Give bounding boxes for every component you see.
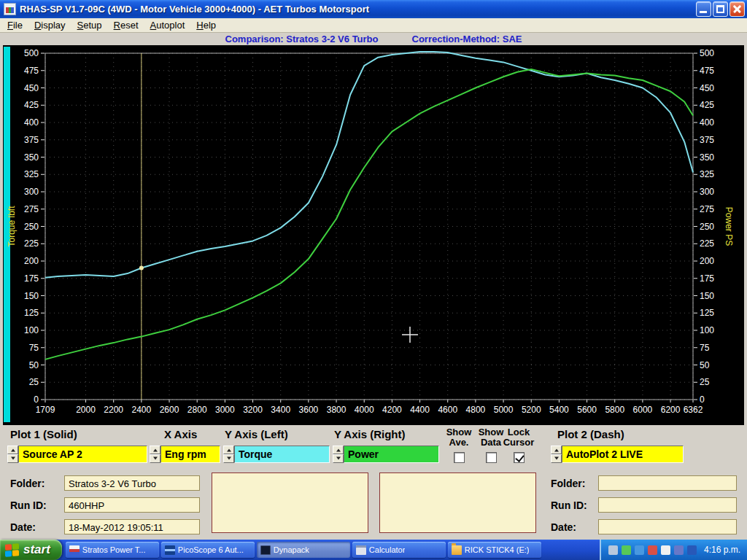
date-field[interactable]: 18-May-2012 19:05:11 — [64, 519, 200, 534]
plot1-combo: Source AP 2 — [7, 446, 147, 463]
network-icon[interactable] — [674, 545, 684, 555]
spin-up-icon[interactable] — [150, 446, 160, 454]
taskbar-button-picoscope[interactable]: PicoScope 6 Aut... — [161, 542, 255, 558]
minimize-button[interactable] — [696, 1, 711, 17]
lock-cursor-checkbox[interactable] — [514, 452, 525, 463]
display-settings-icon[interactable] — [635, 545, 644, 555]
spin-up-icon[interactable] — [223, 446, 234, 454]
menu-help[interactable]: Help — [190, 18, 222, 32]
checkbox-label: Cursor — [502, 438, 535, 448]
menu-file[interactable]: File — [1, 18, 28, 32]
svg-text:3800: 3800 — [327, 405, 347, 415]
svg-text:400: 400 — [700, 117, 714, 128]
svg-text:150: 150 — [700, 291, 714, 301]
svg-text:75: 75 — [29, 343, 39, 353]
stratos-app-icon — [69, 545, 80, 555]
svg-text:125: 125 — [24, 308, 39, 318]
svg-text:225: 225 — [24, 238, 39, 249]
plot2-label: Plot 2 (Dash) — [557, 428, 624, 440]
svg-text:375: 375 — [700, 135, 714, 145]
menu-setup[interactable]: Setup — [71, 18, 108, 32]
x-axis-select[interactable]: Eng rpm — [160, 446, 220, 463]
plot2-spinner — [551, 446, 562, 463]
svg-text:200: 200 — [24, 256, 39, 266]
task-label: Dynapack — [274, 545, 309, 554]
taskbar-button-calculator[interactable]: Calculator — [352, 542, 446, 558]
date-label-plot2: Date: — [551, 521, 576, 533]
x-axis-combo: Eng rpm — [150, 446, 220, 463]
svg-text:25: 25 — [29, 377, 39, 387]
dyno-chart[interactable]: 0025255050757510010012512515015017517520… — [0, 45, 747, 425]
menu-reset[interactable]: Reset — [108, 18, 144, 32]
svg-text:300: 300 — [24, 187, 39, 197]
checkbox-label: Lock — [502, 427, 535, 438]
close-button[interactable] — [729, 1, 745, 17]
folder-field-plot2[interactable] — [598, 475, 737, 491]
volume-icon[interactable] — [661, 545, 670, 555]
language-bar-icon[interactable] — [687, 545, 697, 555]
spin-down-icon[interactable] — [223, 454, 234, 463]
svg-text:1709: 1709 — [36, 405, 55, 415]
checkbox-group-show-ave: ShowAve. — [442, 427, 476, 463]
usb-drive-icon[interactable] — [608, 545, 618, 555]
taskbar-button-folder[interactable]: RICK STICK4 (E:) — [448, 542, 541, 558]
folder-icon — [452, 545, 462, 555]
run-id-field[interactable]: 460HHP — [64, 497, 200, 513]
svg-text:425: 425 — [700, 100, 714, 110]
svg-text:3400: 3400 — [271, 405, 290, 415]
folder-label: Folder: — [10, 478, 44, 489]
maximize-button[interactable] — [713, 1, 728, 17]
svg-text:500: 500 — [700, 48, 714, 58]
plot2-combo: AutoPlot 2 LIVE — [551, 446, 684, 463]
task-label: Calculator — [369, 545, 406, 554]
y-axis-right-select[interactable]: Power — [344, 446, 439, 463]
menu-bar: FileDisplaySetupResetAutoplotHelp — [0, 18, 747, 33]
svg-text:5800: 5800 — [605, 405, 624, 415]
spin-up-icon[interactable] — [7, 446, 18, 454]
menu-autoplot[interactable]: Autoplot — [144, 18, 191, 32]
svg-text:75: 75 — [700, 343, 710, 353]
y-right-spinner — [333, 446, 344, 463]
plot1-source-select[interactable]: Source AP 2 — [18, 446, 147, 463]
spin-down-icon[interactable] — [150, 454, 160, 463]
start-button[interactable]: start — [0, 540, 62, 560]
antivirus-icon[interactable] — [648, 545, 657, 555]
spin-down-icon[interactable] — [333, 454, 344, 463]
show-data-checkbox[interactable] — [486, 452, 497, 463]
application-window: RHAS-SP V1.7-09C (4WD - Motor Vehicle 30… — [0, 0, 747, 560]
svg-text:325: 325 — [700, 169, 714, 179]
run-id-label-plot2: Run ID: — [551, 499, 587, 511]
show-ave-checkbox[interactable] — [454, 452, 465, 463]
info-box-1[interactable] — [212, 472, 368, 533]
svg-text:275: 275 — [24, 204, 39, 214]
task-label: RICK STICK4 (E:) — [465, 545, 530, 554]
menu-display[interactable]: Display — [28, 18, 71, 32]
svg-text:2400: 2400 — [132, 405, 152, 415]
y-axis-left-select[interactable]: Torque — [234, 446, 330, 463]
task-label: PicoScope 6 Aut... — [178, 545, 244, 554]
svg-text:500: 500 — [24, 48, 39, 58]
taskbar: start Stratos Power T...PicoScope 6 Aut.… — [0, 540, 747, 560]
spin-down-icon[interactable] — [551, 454, 562, 463]
svg-text:325: 325 — [24, 169, 39, 179]
svg-text:275: 275 — [700, 204, 714, 214]
svg-text:450: 450 — [700, 83, 714, 93]
svg-text:50: 50 — [700, 360, 710, 370]
taskbar-button-dynapack[interactable]: Dynapack — [257, 542, 350, 558]
spin-up-icon[interactable] — [551, 446, 562, 454]
app-icon[interactable] — [4, 3, 16, 15]
svg-text:Torque lbft: Torque lbft — [7, 206, 17, 247]
taskbar-button-stratos-app[interactable]: Stratos Power T... — [66, 542, 159, 558]
date-label: Date: — [10, 521, 36, 533]
folder-field[interactable]: Stratos 3-2 V6 Turbo — [64, 475, 200, 491]
date-field-plot2[interactable] — [598, 519, 737, 534]
safely-remove-icon[interactable] — [622, 545, 631, 555]
plot2-source-select[interactable]: AutoPlot 2 LIVE — [562, 446, 684, 463]
info-box-2[interactable] — [379, 472, 536, 533]
y-axis-left-label: Y Axis (Left) — [225, 428, 288, 440]
taskbar-clock[interactable]: 4:16 p.m. — [700, 545, 740, 555]
spin-up-icon[interactable] — [333, 446, 344, 454]
run-id-field-plot2[interactable] — [598, 497, 737, 513]
spin-down-icon[interactable] — [7, 454, 18, 463]
svg-text:2200: 2200 — [104, 405, 123, 415]
